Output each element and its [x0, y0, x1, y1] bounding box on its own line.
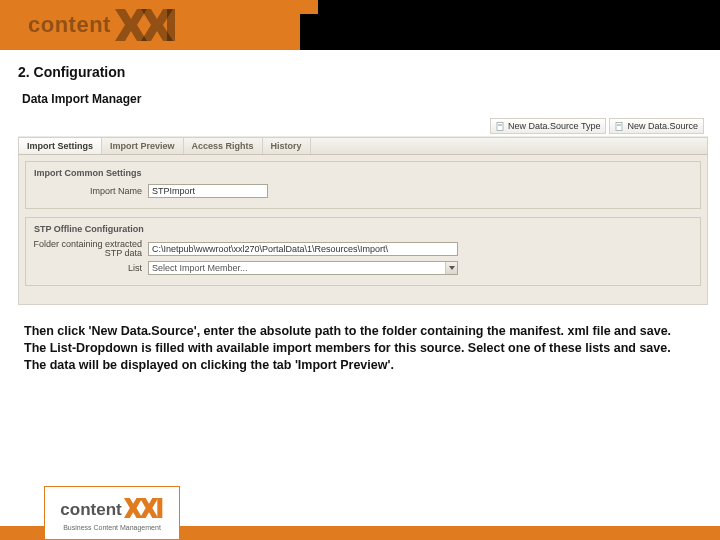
banner-logo-text: content	[28, 12, 111, 38]
svg-rect-4	[498, 124, 502, 125]
select-list-value: Select Import Member...	[149, 262, 445, 274]
label-import-name: Import Name	[30, 186, 148, 196]
banner-orange-block: content	[0, 0, 300, 50]
import-manager-panel: New Data.Source Type New Data.Source Imp…	[18, 116, 708, 305]
input-folder-path[interactable]	[148, 242, 458, 256]
row-list: List Select Import Member...	[30, 261, 696, 275]
fieldset-legend: Import Common Settings	[30, 168, 696, 182]
instruction-text: Then click 'New Data.Source', enter the …	[24, 323, 696, 374]
row-folder-path: Folder containing extracted STP data	[30, 240, 696, 259]
tab-import-preview[interactable]: Import Preview	[102, 138, 184, 154]
row-import-name: Import Name	[30, 184, 696, 198]
svg-rect-7	[617, 124, 621, 125]
label-list: List	[30, 263, 148, 273]
svg-rect-6	[616, 122, 622, 130]
button-label: New Data.Source	[627, 121, 698, 131]
svg-rect-8	[617, 125, 621, 126]
select-list[interactable]: Select Import Member...	[148, 261, 458, 275]
svg-marker-0	[115, 9, 147, 41]
svg-marker-10	[124, 498, 142, 518]
svg-marker-11	[140, 498, 158, 518]
tabstrip: Import Settings Import Preview Access Ri…	[18, 137, 708, 155]
fieldset-legend: STP Offline Configuration	[30, 224, 696, 238]
tab-import-settings[interactable]: Import Settings	[19, 138, 102, 154]
label-folder-path: Folder containing extracted STP data	[30, 240, 148, 259]
footer-logo-xxl-icon	[124, 497, 164, 523]
svg-marker-9	[449, 266, 455, 270]
button-label: New Data.Source Type	[508, 121, 600, 131]
top-banner: content	[0, 0, 720, 50]
banner-notch	[262, 0, 318, 14]
fieldset-common-settings: Import Common Settings Import Name	[25, 161, 701, 209]
tab-history[interactable]: History	[263, 138, 311, 154]
new-datasource-button[interactable]: New Data.Source	[609, 118, 704, 134]
page-subtitle: Data Import Manager	[22, 92, 702, 106]
section-title: 2. Configuration	[18, 64, 702, 80]
svg-rect-2	[167, 9, 175, 41]
svg-rect-5	[498, 125, 502, 126]
toolbar: New Data.Source Type New Data.Source	[18, 116, 708, 137]
banner-logo-xxl-icon	[115, 7, 177, 43]
import-settings-panel: Import Common Settings Import Name STP O…	[18, 155, 708, 305]
chevron-down-icon	[445, 262, 457, 274]
footer-logo-text: content	[60, 500, 121, 520]
document-icon	[496, 122, 505, 131]
input-import-name[interactable]	[148, 184, 268, 198]
tab-access-rights[interactable]: Access Rights	[184, 138, 263, 154]
footer-logo-tagline: Business Content Management	[63, 524, 161, 531]
document-icon	[615, 122, 624, 131]
svg-rect-3	[497, 122, 503, 130]
new-datasource-type-button[interactable]: New Data.Source Type	[490, 118, 606, 134]
footer: content Business Content Management	[0, 478, 720, 540]
fieldset-stp-config: STP Offline Configuration Folder contain…	[25, 217, 701, 286]
svg-rect-12	[157, 498, 162, 518]
footer-logo-card: content Business Content Management	[44, 486, 180, 540]
